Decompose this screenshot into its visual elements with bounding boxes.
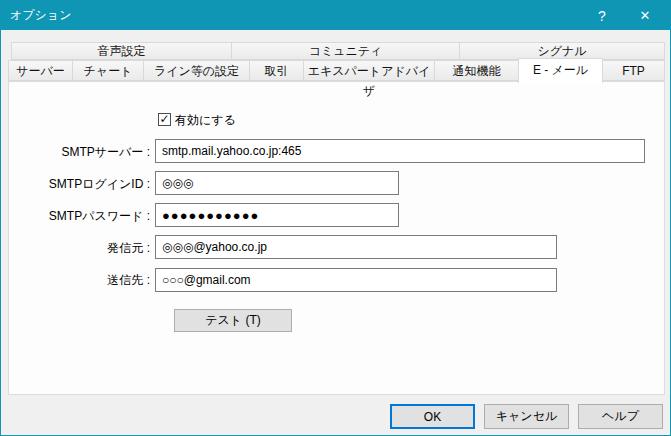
tab-charts[interactable]: チャート [72, 60, 144, 81]
tab-line-settings[interactable]: ライン等の設定 [143, 60, 250, 81]
to-label: 送信先 : [19, 272, 150, 289]
smtp-password-label: SMTPパスワード : [19, 208, 150, 225]
smtp-login-input[interactable] [155, 171, 399, 195]
checkmark-icon: ✓ [159, 114, 169, 125]
help-button[interactable]: ヘルプ [578, 404, 663, 429]
help-titlebar-button[interactable]: ? [583, 1, 621, 30]
tab-ftp[interactable]: FTP [602, 60, 665, 81]
dialog-title: オプション [10, 1, 71, 30]
enable-checkbox[interactable]: ✓ [158, 113, 171, 126]
tab-notifications[interactable]: 通知機能 [434, 60, 519, 81]
question-icon: ? [598, 8, 606, 24]
options-dialog: オプション ? ✕ 音声設定 コミュニティ シグナル サーバー チャート ライン… [0, 0, 671, 436]
ok-button[interactable]: OK [390, 404, 475, 429]
smtp-server-label: SMTPサーバー : [19, 144, 150, 161]
tab-server[interactable]: サーバー [8, 60, 73, 81]
tab-row-bottom: サーバー チャート ライン等の設定 取引 エキスパートアドバイザ 通知機能 E … [8, 60, 665, 81]
tab-expert-advisors[interactable]: エキスパートアドバイザ [303, 60, 435, 81]
close-icon: ✕ [640, 8, 651, 23]
tab-sound-settings[interactable]: 音声設定 [11, 42, 232, 60]
test-button[interactable]: テスト (T) [174, 309, 292, 332]
from-input[interactable] [155, 235, 557, 259]
smtp-password-input[interactable] [155, 203, 399, 227]
enable-checkbox-label: 有効にする [175, 112, 236, 129]
tab-community[interactable]: コミュニティ [231, 42, 460, 60]
from-label: 発信元 : [19, 240, 150, 257]
email-settings-panel: ✓ 有効にする SMTPサーバー : SMTPログインID : SMTPパスワー… [8, 81, 665, 395]
cancel-button[interactable]: キャンセル [484, 404, 569, 429]
title-bar: オプション ? ✕ [1, 1, 670, 30]
smtp-server-input[interactable] [155, 139, 645, 163]
tab-trade[interactable]: 取引 [249, 60, 304, 81]
smtp-login-label: SMTPログインID : [19, 176, 150, 193]
tab-email[interactable]: E - メール [518, 58, 603, 83]
close-button[interactable]: ✕ [626, 1, 664, 30]
to-input[interactable] [155, 268, 557, 292]
